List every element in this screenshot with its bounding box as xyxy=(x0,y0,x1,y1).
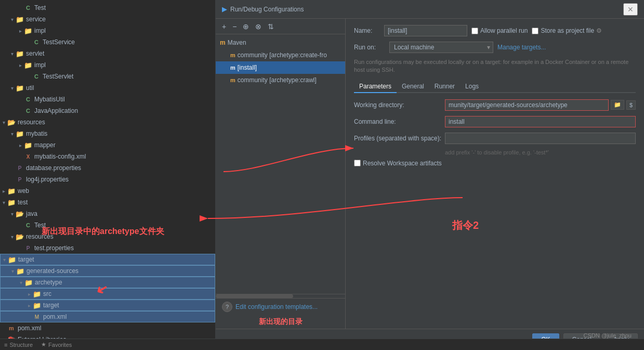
tree-label: resources xyxy=(26,233,54,240)
tree-item-src[interactable]: ▸ 📁 src xyxy=(0,288,215,300)
command-line-input[interactable] xyxy=(445,116,636,127)
tree-item-mapper[interactable]: ▸ 📁 mapper xyxy=(0,139,215,151)
resolve-text: Resolve Workspace artifacts xyxy=(363,160,442,167)
tree-item-util[interactable]: ▾ 📁 util xyxy=(0,82,215,94)
tree-label: src xyxy=(43,290,51,297)
tree-label: MybatisUtil xyxy=(34,96,65,103)
tree-arrow: ▾ xyxy=(8,211,16,217)
project-tree: C Test ▾ 📁 service ▸ 📁 impl C xyxy=(0,0,215,350)
tree-item-testservlet[interactable]: C TestServlet xyxy=(0,71,215,82)
allow-parallel-checkbox[interactable] xyxy=(471,28,478,34)
config-detail-panel: Name: Allow parallel run Store as projec… xyxy=(346,19,644,329)
profiles-input[interactable] xyxy=(445,133,636,144)
tab-general[interactable]: General xyxy=(397,81,429,93)
tab-runner[interactable]: Runner xyxy=(429,81,460,93)
remove-config-button[interactable]: − xyxy=(230,21,239,32)
folder-icon: 📁 xyxy=(16,15,24,23)
config-list-scrollbar[interactable] xyxy=(216,294,345,298)
config-item-archetype-crawl[interactable]: m community [archetype:crawl] xyxy=(216,74,345,86)
close-button[interactable]: ✕ xyxy=(623,3,638,16)
tree-item-archetype[interactable]: ▾ 📁 archetype xyxy=(0,277,215,288)
tree-item-javaapp[interactable]: C JavaApplication xyxy=(0,105,215,116)
config-section-maven[interactable]: m Maven xyxy=(216,36,345,49)
folder-icon: 📁 xyxy=(24,61,32,69)
copy-config-button[interactable]: ⊕ xyxy=(241,21,251,32)
tree-label: web xyxy=(18,187,29,195)
config-item-label: community [archetype:crawl] xyxy=(238,76,317,84)
tree-item-database-props[interactable]: P database.properties xyxy=(0,162,215,174)
config-item-archetype-create[interactable]: m community [archetype:create-fro xyxy=(216,49,345,61)
favorites-tab[interactable]: ★ Favorites xyxy=(41,341,72,348)
tree-label: database.properties xyxy=(26,164,81,172)
maven-icon: m xyxy=(7,324,16,332)
tree-item-mybatis-config[interactable]: X mybatis-config.xml xyxy=(0,151,215,162)
tab-logs[interactable]: Logs xyxy=(460,81,484,93)
tree-item-servlet[interactable]: ▾ 📁 servlet xyxy=(0,48,215,59)
add-config-button[interactable]: + xyxy=(220,21,228,32)
tree-label: TestServlet xyxy=(43,73,73,80)
tree-item-log4j-props[interactable]: P log4j.properties xyxy=(0,174,215,185)
resolve-checkbox[interactable] xyxy=(354,160,361,166)
config-tree: m Maven m community [archetype:create-fr… xyxy=(216,34,345,294)
tree-item-impl-servlet[interactable]: ▸ 📁 impl xyxy=(0,59,215,71)
manage-targets-link[interactable]: Manage targets... xyxy=(497,44,546,51)
pom-icon: M xyxy=(33,313,41,321)
tree-item-resources[interactable]: ▾ 📂 resources xyxy=(0,116,215,128)
command-line-input-wrap xyxy=(445,116,636,127)
tree-item-pom[interactable]: m pom.xml xyxy=(0,322,215,334)
tree-label: java xyxy=(26,210,37,217)
tree-item-web[interactable]: ▸ 📁 web xyxy=(0,185,215,197)
tree-item-test-class[interactable]: C Test xyxy=(0,219,215,231)
tree-arrow: ▸ xyxy=(17,28,24,34)
tree-arrow: ▾ xyxy=(17,280,24,286)
folder-icon: 📁 xyxy=(16,84,24,92)
gear-icon: ⚙ xyxy=(596,27,602,34)
section-label: Maven xyxy=(228,39,246,46)
tree-item-mybatis[interactable]: ▾ 📁 mybatis xyxy=(0,128,215,139)
resource-folder-icon: 📂 xyxy=(7,118,16,126)
resolve-row: Resolve Workspace artifacts xyxy=(354,160,636,167)
tab-parameters[interactable]: Parameters xyxy=(354,81,397,93)
java-class-icon: C xyxy=(24,4,32,12)
allow-parallel-label: Allow parallel run xyxy=(471,27,528,34)
tree-item-test-props[interactable]: P test.properties xyxy=(0,242,215,254)
edit-config-link[interactable]: Edit configuration templates... xyxy=(235,303,318,310)
config-item-label: community [archetype:create-fro xyxy=(238,51,327,59)
tree-item-mybatisutil[interactable]: C MybatisUtil xyxy=(0,94,215,105)
tree-label: mybatis xyxy=(26,130,47,137)
run-on-dropdown-wrap: Local machine xyxy=(389,42,493,53)
folder-icon: 📁 xyxy=(16,129,24,138)
structure-tab[interactable]: ≡ Structure xyxy=(4,342,33,348)
tree-item-java-test[interactable]: ▾ 📂 java xyxy=(0,208,215,219)
tree-item-impl-service[interactable]: ▸ 📁 impl xyxy=(0,25,215,36)
folder-icon: 📁 xyxy=(24,141,32,149)
working-dir-browse-btn[interactable]: 📁 xyxy=(611,100,624,110)
tree-item-pom-archetype[interactable]: M pom.xml xyxy=(0,311,215,322)
tree-item-target-dir[interactable]: ▸ 📁 target xyxy=(0,300,215,311)
name-input[interactable] xyxy=(384,25,467,36)
run-on-dropdown[interactable]: Local machine xyxy=(389,42,493,53)
working-dir-input[interactable] xyxy=(445,99,609,111)
tree-item-resources-test[interactable]: ▾ 📂 resources xyxy=(0,231,215,242)
store-project-checkbox[interactable] xyxy=(532,28,538,34)
java-icon: C xyxy=(32,38,41,46)
tree-item-target[interactable]: ▾ 📁 target xyxy=(0,254,215,265)
template-config-button[interactable]: ⊗ xyxy=(253,21,264,32)
working-dir-var-btn[interactable]: $ xyxy=(626,100,636,110)
tree-item-generated-sources[interactable]: ▾ 📁 generated-sources xyxy=(0,265,215,277)
tree-item-test[interactable]: C Test xyxy=(0,2,215,14)
tree-item-testservice[interactable]: C TestService xyxy=(0,36,215,48)
favorites-icon: ★ xyxy=(41,341,46,348)
dialog-title-text: Run/Debug Configurations xyxy=(230,6,304,13)
tree-item-test-folder[interactable]: ▾ 📁 test xyxy=(0,197,215,208)
sort-config-button[interactable]: ⇅ xyxy=(266,21,276,32)
maven-section-icon: m xyxy=(220,39,226,46)
folder-icon: 📁 xyxy=(7,198,16,206)
structure-icon: ≡ xyxy=(4,342,7,348)
tree-label: mybatis-config.xml xyxy=(34,153,86,160)
help-button[interactable]: ? xyxy=(222,302,232,312)
store-project-text: Store as project file xyxy=(541,27,594,34)
maven-item-icon: m xyxy=(230,64,235,71)
tree-item-service[interactable]: ▾ 📁 service xyxy=(0,14,215,25)
config-item-install[interactable]: m [install] xyxy=(216,61,345,74)
